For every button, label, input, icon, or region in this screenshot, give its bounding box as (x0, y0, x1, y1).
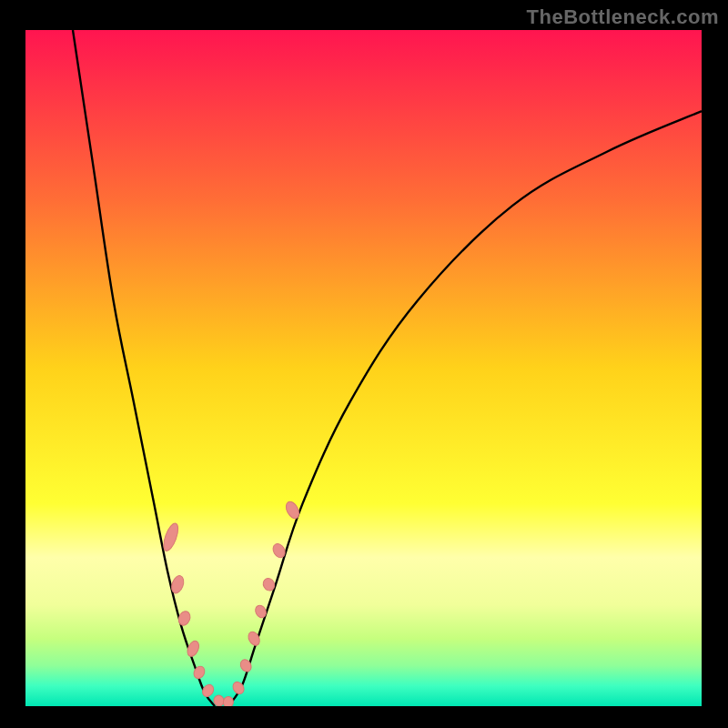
chart-canvas (0, 0, 728, 728)
chart-frame: TheBottleneck.com (0, 0, 728, 728)
watermark-text: TheBottleneck.com (527, 5, 719, 29)
curve-marker (223, 696, 234, 708)
